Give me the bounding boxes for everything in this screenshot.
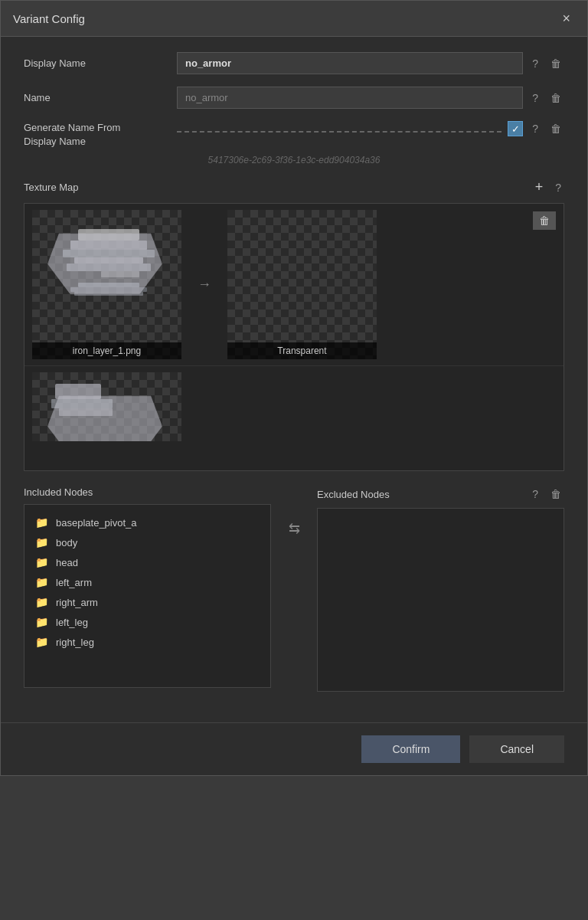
source-texture-preview-2 xyxy=(32,372,181,441)
dialog-title: Variant Config xyxy=(13,12,85,25)
display-name-input-area: ? 🗑 xyxy=(177,52,564,74)
texture-map-help-icon[interactable]: ? xyxy=(552,180,564,195)
dashed-separator xyxy=(177,131,501,133)
svg-rect-11 xyxy=(59,408,113,416)
node-name-baseplate: baseplate_pivot_a xyxy=(56,517,137,529)
texture-map-header: Texture Map + ? xyxy=(24,179,564,195)
svg-rect-9 xyxy=(55,384,101,399)
title-bar: Variant Config × xyxy=(1,1,587,37)
svg-rect-5 xyxy=(101,271,139,277)
node-item-left-arm[interactable]: 📁 left_arm xyxy=(31,572,264,592)
node-name-right-arm: right_arm xyxy=(56,597,98,608)
folder-icon-right-leg: 📁 xyxy=(35,636,48,648)
name-label: Name xyxy=(24,92,177,103)
generate-name-checkbox[interactable]: ✓ xyxy=(508,121,523,136)
iron-layer-svg-2 xyxy=(32,372,178,441)
dest-texture-preview xyxy=(227,210,377,359)
display-name-row: Display Name ? 🗑 xyxy=(24,52,564,74)
folder-icon-left-leg: 📁 xyxy=(35,616,48,628)
included-nodes-list[interactable]: 📁 baseplate_pivot_a 📁 body 📁 head 📁 left… xyxy=(24,504,271,688)
excluded-delete-icon[interactable]: 🗑 xyxy=(547,486,564,502)
dialog-content: Display Name ? 🗑 Name ? 🗑 Generate Name … xyxy=(1,37,587,722)
included-nodes-title: Included Nodes xyxy=(24,486,271,498)
folder-icon-body: 📁 xyxy=(35,536,48,548)
source-texture-preview xyxy=(32,210,181,359)
generate-name-row: Generate Name From Display Name ✓ ? 🗑 xyxy=(24,121,564,149)
generate-name-controls: ✓ ? 🗑 xyxy=(177,121,564,136)
svg-rect-2 xyxy=(63,250,155,257)
svg-rect-4 xyxy=(67,264,151,271)
node-item-right-arm[interactable]: 📁 right_arm xyxy=(31,592,264,612)
texture-row-delete-button[interactable]: 🗑 xyxy=(533,211,556,230)
display-name-help-icon[interactable]: ? xyxy=(529,56,541,71)
name-row: Name ? 🗑 xyxy=(24,87,564,109)
source-texture-label: iron_layer_1.png xyxy=(32,342,181,359)
node-name-body: body xyxy=(56,537,77,548)
texture-dest-slot[interactable]: Transparent xyxy=(227,210,377,359)
texture-arrow: → xyxy=(181,277,227,293)
name-delete-icon[interactable]: 🗑 xyxy=(547,90,564,106)
excluded-nodes-panel: Excluded Nodes ? 🗑 xyxy=(317,486,564,692)
texture-map-add-button[interactable]: + xyxy=(532,179,547,195)
texture-scroll-area[interactable]: iron_layer_1.png → Transparent 🗑 xyxy=(24,204,564,470)
checkmark-icon: ✓ xyxy=(511,124,520,134)
generate-delete-icon[interactable]: 🗑 xyxy=(547,121,564,136)
excluded-help-icon[interactable]: ? xyxy=(529,486,541,502)
generate-help-icon[interactable]: ? xyxy=(529,121,541,136)
cancel-button[interactable]: Cancel xyxy=(469,735,564,763)
excluded-nodes-header: Excluded Nodes ? 🗑 xyxy=(317,486,564,502)
generate-name-label: Generate Name From Display Name xyxy=(24,121,177,149)
folder-icon-right-arm: 📁 xyxy=(35,596,48,608)
excluded-nodes-list[interactable] xyxy=(317,508,564,692)
transfer-button[interactable]: ⇆ xyxy=(286,517,303,540)
display-name-label: Display Name xyxy=(24,57,177,69)
svg-rect-10 xyxy=(51,399,113,408)
texture-source-slot[interactable]: iron_layer_1.png xyxy=(32,210,181,359)
iron-layer-svg xyxy=(32,210,178,355)
node-name-left-arm: left_arm xyxy=(56,577,92,588)
texture-row-2 xyxy=(24,366,564,447)
confirm-button[interactable]: Confirm xyxy=(361,735,460,763)
svg-rect-7 xyxy=(70,287,147,292)
close-button[interactable]: × xyxy=(557,10,575,27)
svg-rect-8 xyxy=(74,292,143,296)
node-name-left-leg: left_leg xyxy=(56,617,88,628)
svg-rect-1 xyxy=(70,241,147,250)
included-nodes-panel: Included Nodes 📁 baseplate_pivot_a 📁 bod… xyxy=(24,486,271,688)
node-item-right-leg[interactable]: 📁 right_leg xyxy=(31,632,264,652)
dialog-footer: Confirm Cancel xyxy=(1,722,587,775)
folder-icon-left-arm: 📁 xyxy=(35,576,48,588)
node-item-baseplate[interactable]: 📁 baseplate_pivot_a xyxy=(31,512,264,532)
included-nodes-header: Included Nodes xyxy=(24,486,271,498)
texture-row-actions: 🗑 xyxy=(533,211,556,230)
name-input[interactable] xyxy=(177,87,523,109)
texture-source-slot-2[interactable] xyxy=(32,372,181,441)
node-name-right-leg: right_leg xyxy=(56,637,94,648)
transfer-area: ⇆ xyxy=(271,486,317,540)
svg-rect-6 xyxy=(78,283,139,287)
excluded-nodes-title: Excluded Nodes xyxy=(317,489,523,500)
texture-map-container: iron_layer_1.png → Transparent 🗑 xyxy=(24,203,564,471)
texture-row-1: iron_layer_1.png → Transparent 🗑 xyxy=(24,204,564,366)
texture-map-actions: + ? xyxy=(532,179,564,195)
nodes-section: Included Nodes 📁 baseplate_pivot_a 📁 bod… xyxy=(24,486,564,692)
display-name-delete-icon[interactable]: 🗑 xyxy=(547,56,564,71)
folder-icon-baseplate: 📁 xyxy=(35,516,48,529)
display-name-input[interactable] xyxy=(177,52,523,74)
folder-icon-head: 📁 xyxy=(35,556,48,568)
svg-rect-0 xyxy=(78,229,139,241)
uuid-text: 5417306e-2c69-3f36-1e3c-edd904034a36 xyxy=(24,155,564,165)
name-help-icon[interactable]: ? xyxy=(529,90,541,106)
variant-config-dialog: Variant Config × Display Name ? 🗑 Name ?… xyxy=(0,0,588,776)
node-item-body[interactable]: 📁 body xyxy=(31,532,264,552)
node-item-head[interactable]: 📁 head xyxy=(31,552,264,572)
dest-texture-label: Transparent xyxy=(227,342,377,359)
node-item-left-leg[interactable]: 📁 left_leg xyxy=(31,612,264,632)
node-name-head: head xyxy=(56,557,78,568)
name-input-area: ? 🗑 xyxy=(177,87,564,109)
texture-map-title: Texture Map xyxy=(24,182,532,193)
svg-rect-3 xyxy=(74,257,143,264)
